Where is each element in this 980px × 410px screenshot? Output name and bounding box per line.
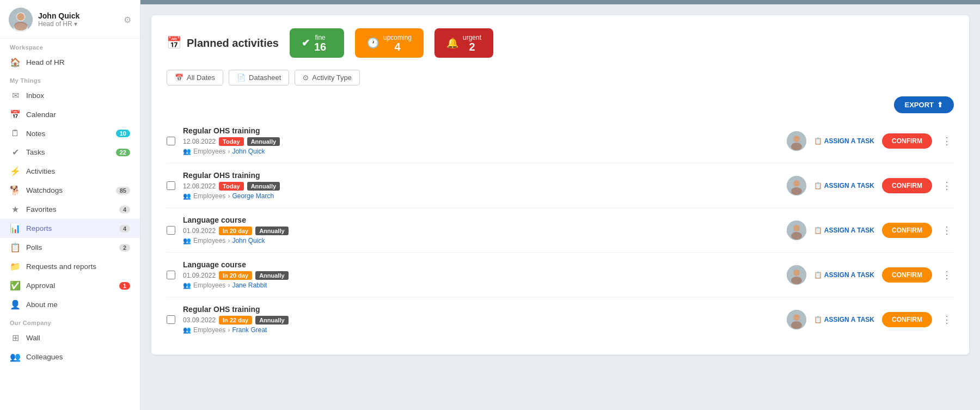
activity-row-4: Language course 01.09.2022 In 20 dayAnnu… [167,253,954,297]
stat-urgent[interactable]: 🔔 urgent 2 [434,28,493,58]
notes-icon: 🗒 [10,128,21,138]
row-person-link[interactable]: Frank Great [232,326,267,334]
row-person-link[interactable]: John Quick [232,148,265,155]
more-options-btn-1[interactable]: ⋮ [940,135,954,147]
sidebar-item-requests[interactable]: 📁 Requests and reports [0,257,140,276]
polls-icon: 📋 [10,242,21,253]
assign-task-link-1[interactable]: 📋 ASSIGN A TASK [814,137,874,145]
sidebar-item-activities[interactable]: ⚡ Activities [0,162,140,181]
tasks-icon: ✔ [10,147,21,157]
row-checkbox-4[interactable] [167,271,175,279]
sidebar-item-aboutme[interactable]: 👤 About me [0,295,140,314]
row-path: 👥 Employees › Frank Great [183,326,779,334]
favorites-icon: ★ [10,204,21,215]
row-title: Language course [183,216,779,224]
polls-badge: 2 [119,244,130,252]
tag: In 20 day [219,227,252,235]
more-options-btn-5[interactable]: ⋮ [940,314,954,326]
row-content-4: Language course 01.09.2022 In 20 dayAnnu… [183,260,779,289]
sidebar-item-polls[interactable]: 📋 Polls 2 [0,238,140,257]
row-checkbox-2[interactable] [167,181,175,190]
approval-icon: ✅ [10,280,21,291]
calendar-icon: 📅 [10,109,21,120]
assign-icon: 📋 [814,227,822,234]
svg-point-7 [791,143,802,150]
tag: Annually [255,227,288,235]
svg-point-6 [793,136,800,142]
more-options-btn-2[interactable]: ⋮ [940,180,954,192]
our-company-label: Our Company [0,314,140,328]
sidebar-item-tasks[interactable]: ✔ Tasks 22 [0,143,140,162]
more-options-btn-4[interactable]: ⋮ [940,269,954,281]
watchdogs-icon: 🐕 [10,185,21,195]
sidebar-item-workspace[interactable]: 🏠 Head of HR [0,53,140,72]
alarm-icon: 🔔 [446,37,458,49]
assign-task-link-2[interactable]: 📋 ASSIGN A TASK [814,182,874,189]
sidebar-item-favorites[interactable]: ★ Favorites 4 [0,200,140,219]
sidebar-item-approval[interactable]: ✅ Approval 1 [0,276,140,295]
row-avatar-5 [787,310,806,329]
row-meta: 01.09.2022 In 20 dayAnnually [183,227,779,235]
confirm-btn-5[interactable]: CONFIRM [882,312,932,327]
activity-row-2: Regular OHS training 12.08.2022 TodayAnn… [167,163,954,208]
assign-task-link-3[interactable]: 📋 ASSIGN A TASK [814,227,874,234]
path-icon: 👥 [183,237,191,244]
tag: In 22 day [219,316,252,325]
sidebar-item-watchdogs[interactable]: 🐕 Watchdogs 85 [0,181,140,200]
sidebar-item-colleagues[interactable]: 👥 Colleagues [0,347,140,366]
confirm-btn-2[interactable]: CONFIRM [882,178,932,193]
svg-point-18 [793,314,800,321]
home-icon: 🏠 [10,57,21,68]
more-options-btn-3[interactable]: ⋮ [940,224,954,236]
path-icon: 👥 [183,148,191,155]
filter-datasheet[interactable]: 📄 Datasheet [229,70,289,85]
filter-activity-type[interactable]: ⊙ Activity Type [295,70,360,85]
row-checkbox-3[interactable] [167,226,175,235]
assign-task-link-5[interactable]: 📋 ASSIGN A TASK [814,316,874,323]
row-avatar-1 [787,131,806,151]
path-icon: 👥 [183,192,191,200]
assign-icon: 📋 [814,137,822,145]
row-checkbox-5[interactable] [167,315,175,324]
assign-task-link-4[interactable]: 📋 ASSIGN A TASK [814,271,874,279]
stat-fine[interactable]: ✔ fine 16 [290,28,344,58]
row-date: 12.08.2022 [183,138,216,145]
reports-badge: 4 [119,225,130,232]
row-avatar-4 [787,265,806,285]
favorites-badge: 4 [119,206,130,213]
filter-all-dates[interactable]: 📅 All Dates [167,70,223,85]
assign-icon: 📋 [814,271,822,279]
svg-point-19 [791,321,802,329]
notes-badge: 10 [116,130,130,137]
row-path: 👥 Employees › John Quick [183,237,779,244]
sidebar-item-calendar[interactable]: 📅 Calendar [0,105,140,124]
row-content-5: Regular OHS training 03.09.2022 In 22 da… [183,305,779,334]
stat-upcoming[interactable]: 🕐 upcoming 4 [355,28,424,58]
sidebar-item-reports[interactable]: 📊 Reports 4 [0,219,140,238]
colleagues-icon: 👥 [10,352,21,362]
svg-point-12 [793,225,800,231]
row-person-link[interactable]: Jane Rabbit [232,282,267,289]
activities-list: Regular OHS training 12.08.2022 TodayAnn… [167,119,954,341]
main-content: 📅 Planned activities ✔ fine 16 🕐 upcomin… [140,0,980,410]
row-person-link[interactable]: John Quick [232,237,265,244]
svg-point-15 [793,270,800,276]
confirm-btn-3[interactable]: CONFIRM [882,223,932,238]
sidebar-item-wall[interactable]: ⊞ Wall [0,328,140,347]
row-person-link[interactable]: George March [232,192,274,200]
calendar-icon: 📅 [175,74,183,82]
avatar [9,8,33,32]
wall-icon: ⊞ [10,333,21,343]
confirm-btn-1[interactable]: CONFIRM [882,133,932,149]
sidebar-item-inbox[interactable]: ✉ Inbox [0,86,140,105]
row-checkbox-1[interactable] [167,137,175,145]
sidebar: John Quick Head of HR ▾ ⚙ Workspace 🏠 He… [0,0,140,410]
export-button[interactable]: EXPORT ⬆ [894,96,954,113]
page-title: Planned activities [187,37,279,50]
confirm-btn-4[interactable]: CONFIRM [882,267,932,283]
activity-row-3: Language course 01.09.2022 In 20 dayAnnu… [167,208,954,253]
settings-icon[interactable]: ⚙ [124,15,131,25]
sidebar-item-notes[interactable]: 🗒 Notes 10 [0,124,140,143]
reports-icon: 📊 [10,223,21,234]
tag: Today [219,182,244,191]
